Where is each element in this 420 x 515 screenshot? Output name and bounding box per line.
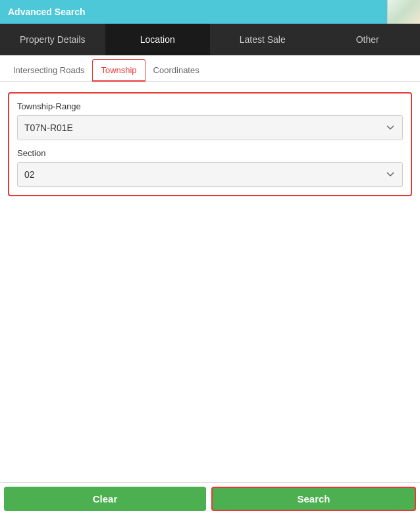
township-range-label: Township-Range [17,101,403,111]
township-form-box: Township-Range T07N-R01E T07N-R02E T08N-… [8,92,412,196]
tab-other[interactable]: Other [315,24,421,55]
subtab-coordinates[interactable]: Coordinates [145,60,207,82]
section-group: Section 02 01 03 04 05 [17,148,403,187]
tab-location[interactable]: Location [105,24,211,55]
township-range-group: Township-Range T07N-R01E T07N-R02E T08N-… [17,101,403,140]
sub-tabs: Intersecting Roads Township Coordinates [0,55,420,82]
subtab-intersecting-roads[interactable]: Intersecting Roads [5,60,92,82]
map-thumbnail [387,0,420,24]
subtab-township[interactable]: Township [92,59,145,82]
footer: Clear Search [0,482,420,515]
township-range-select[interactable]: T07N-R01E T07N-R02E T08N-R01E [17,115,403,140]
section-select[interactable]: 02 01 03 04 05 [17,162,403,187]
search-button[interactable]: Search [211,487,416,511]
main-content: Township-Range T07N-R01E T07N-R02E T08N-… [0,82,420,207]
tab-latest-sale[interactable]: Latest Sale [210,24,315,55]
nav-tabs: Property Details Location Latest Sale Ot… [0,24,420,55]
top-bar: Advanced Search ▲ [0,0,420,24]
clear-button[interactable]: Clear [4,487,206,511]
advanced-search-title: Advanced Search [8,7,86,17]
section-label: Section [17,148,403,158]
tab-property-details[interactable]: Property Details [0,24,105,55]
